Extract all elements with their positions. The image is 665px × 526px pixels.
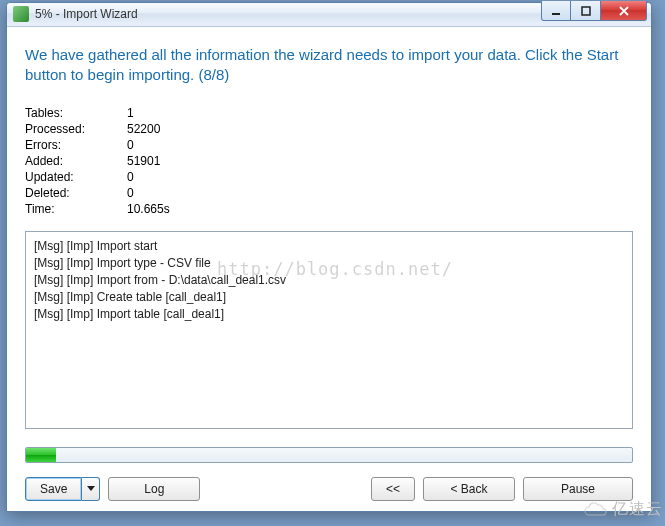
log-line: [Msg] [Imp] Create table [call_deal1]: [34, 289, 624, 306]
log-line: [Msg] [Imp] Import start: [34, 238, 624, 255]
back-button[interactable]: < Back: [423, 477, 515, 501]
log-button[interactable]: Log: [108, 477, 200, 501]
button-bar: Save Log << < Back Pause: [25, 477, 633, 501]
stats-labels: Tables: Processed: Errors: Added: Update…: [25, 105, 127, 217]
label-processed: Processed:: [25, 121, 127, 137]
label-added: Added:: [25, 153, 127, 169]
value-updated: 0: [127, 169, 170, 185]
app-icon: [13, 6, 29, 22]
save-split-button: Save: [25, 477, 100, 501]
minimize-icon: [551, 6, 561, 16]
log-line: [Msg] [Imp] Import type - CSV file: [34, 255, 624, 272]
log-line: [Msg] [Imp] Import from - D:\data\call_d…: [34, 272, 624, 289]
save-button[interactable]: Save: [25, 477, 82, 501]
save-dropdown-button[interactable]: [82, 477, 100, 501]
label-errors: Errors:: [25, 137, 127, 153]
client-area: We have gathered all the information the…: [7, 27, 651, 512]
close-icon: [618, 6, 630, 16]
minimize-button[interactable]: [541, 1, 571, 21]
stats-values: 1 52200 0 51901 0 0 10.665s: [127, 105, 170, 217]
import-wizard-window: 5% - Import Wizard We have gathered all …: [6, 2, 652, 512]
pause-button[interactable]: Pause: [523, 477, 633, 501]
label-updated: Updated:: [25, 169, 127, 185]
maximize-button[interactable]: [571, 1, 601, 21]
value-added: 51901: [127, 153, 170, 169]
log-line: [Msg] [Imp] Import table [call_deal1]: [34, 306, 624, 323]
window-controls: [541, 1, 647, 21]
maximize-icon: [581, 6, 591, 16]
close-button[interactable]: [601, 1, 647, 21]
value-deleted: 0: [127, 185, 170, 201]
svg-rect-0: [552, 13, 560, 15]
label-tables: Tables:: [25, 105, 127, 121]
window-title: 5% - Import Wizard: [35, 7, 541, 21]
value-errors: 0: [127, 137, 170, 153]
value-time: 10.665s: [127, 201, 170, 217]
chevron-down-icon: [87, 486, 95, 492]
progress-bar: [25, 447, 633, 463]
label-deleted: Deleted:: [25, 185, 127, 201]
title-bar[interactable]: 5% - Import Wizard: [7, 3, 651, 27]
label-time: Time:: [25, 201, 127, 217]
progress-fill: [26, 448, 56, 462]
stats-panel: Tables: Processed: Errors: Added: Update…: [25, 105, 633, 217]
first-page-button[interactable]: <<: [371, 477, 415, 501]
wizard-heading: We have gathered all the information the…: [25, 45, 633, 86]
value-processed: 52200: [127, 121, 170, 137]
log-textarea[interactable]: [Msg] [Imp] Import start [Msg] [Imp] Imp…: [25, 231, 633, 429]
svg-rect-1: [582, 7, 590, 15]
value-tables: 1: [127, 105, 170, 121]
